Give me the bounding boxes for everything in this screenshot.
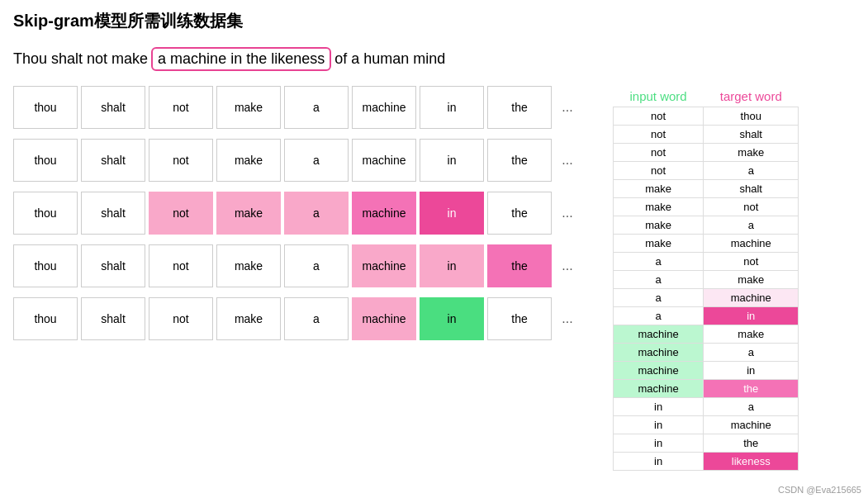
word-cell: a — [284, 192, 349, 235]
word-cell: the — [487, 86, 552, 129]
table-cell-input: not — [614, 107, 704, 126]
sentence-highlight: a machine in the likeness — [151, 47, 331, 71]
word-cell: machine — [352, 244, 416, 287]
word-cell: thou — [13, 139, 78, 182]
table-cell-input: make — [614, 180, 704, 198]
header-input: input word — [614, 86, 704, 107]
word-row-3: thoushaltnotmakeamachineinthe... — [13, 192, 580, 235]
table-cell-input: machine — [614, 380, 704, 398]
table-cell-target: make — [704, 144, 799, 162]
table-row: machinein — [614, 362, 799, 380]
word-cell: shalt — [81, 244, 145, 287]
word-row-4: thoushaltnotmakeamachineinthe... — [13, 244, 580, 287]
table-cell-input: in — [614, 434, 704, 453]
word-cell: in — [420, 297, 484, 340]
word-cell: shalt — [81, 86, 145, 129]
table-row: inthe — [614, 434, 799, 453]
word-cell: a — [284, 139, 349, 182]
word-cell: shalt — [81, 192, 145, 235]
pair-table: input word target word notthounotshaltno… — [613, 86, 799, 471]
table-cell-target: machine — [704, 289, 799, 307]
main-content: thoushaltnotmakeamachineinthe...thoushal… — [13, 86, 855, 471]
word-cell: machine — [352, 192, 416, 235]
word-cell: machine — [352, 139, 416, 182]
word-cell: in — [420, 139, 484, 182]
table-cell-input: not — [614, 144, 704, 162]
table-row: ina — [614, 398, 799, 416]
word-cell: machine — [352, 297, 416, 340]
ellipsis: ... — [555, 258, 580, 273]
table-cell-input: machine — [614, 325, 704, 344]
table-cell-target: a — [704, 398, 799, 416]
table-cell-target: make — [704, 271, 799, 289]
table-row: machinea — [614, 344, 799, 362]
table-cell-input: in — [614, 416, 704, 434]
table-row: notshalt — [614, 126, 799, 144]
table-row: notthou — [614, 107, 799, 126]
table-cell-target: a — [704, 344, 799, 362]
table-row: anot — [614, 253, 799, 271]
table-cell-input: a — [614, 271, 704, 289]
watermark: CSDN @Eva215665 — [778, 485, 861, 495]
table-cell-input: not — [614, 126, 704, 144]
table-row: amake — [614, 271, 799, 289]
word-row-1: thoushaltnotmakeamachineinthe... — [13, 86, 580, 129]
table-cell-target: likeness — [704, 453, 799, 471]
ellipsis: ... — [555, 206, 580, 221]
table-row: ain — [614, 307, 799, 325]
word-cell: make — [216, 86, 281, 129]
table-cell-input: in — [614, 453, 704, 471]
table-cell-input: a — [614, 253, 704, 271]
word-cell: thou — [13, 297, 78, 340]
table-row: makenot — [614, 198, 799, 216]
table-row: nota — [614, 162, 799, 180]
table-section: input word target word notthounotshaltno… — [613, 86, 799, 471]
table-row: makea — [614, 216, 799, 235]
sentence-before: Thou shalt not make — [13, 50, 148, 68]
table-cell-target: make — [704, 325, 799, 344]
table-cell-target: not — [704, 253, 799, 271]
word-cell: shalt — [81, 297, 145, 340]
table-cell-input: make — [614, 235, 704, 253]
table-cell-input: a — [614, 307, 704, 325]
table-row: makemachine — [614, 235, 799, 253]
table-cell-target: machine — [704, 235, 799, 253]
table-cell-target: machine — [704, 416, 799, 434]
word-cell: make — [216, 192, 281, 235]
table-cell-target: in — [704, 307, 799, 325]
word-cell: make — [216, 244, 281, 287]
sentence-line: Thou shalt not make a machine in the lik… — [13, 47, 855, 71]
word-cell: a — [284, 297, 349, 340]
word-cell: in — [420, 244, 484, 287]
word-cell: a — [284, 86, 349, 129]
word-cell: the — [487, 244, 552, 287]
table-cell-target: the — [704, 434, 799, 453]
table-cell-target: shalt — [704, 126, 799, 144]
rows-section: thoushaltnotmakeamachineinthe...thoushal… — [13, 86, 580, 340]
page-title: Skip-gram模型所需训练数据集 — [13, 10, 855, 32]
word-cell: not — [149, 139, 213, 182]
header-target: target word — [704, 86, 799, 107]
table-cell-target: shalt — [704, 180, 799, 198]
word-cell: not — [149, 192, 213, 235]
word-cell: thou — [13, 192, 78, 235]
word-cell: the — [487, 297, 552, 340]
table-cell-target: not — [704, 198, 799, 216]
table-cell-input: make — [614, 216, 704, 235]
word-cell: make — [216, 297, 281, 340]
table-row: notmake — [614, 144, 799, 162]
table-cell-input: machine — [614, 362, 704, 380]
word-cell: not — [149, 86, 213, 129]
table-cell-input: in — [614, 398, 704, 416]
sentence-after: of a human mind — [334, 50, 445, 68]
ellipsis: ... — [555, 100, 580, 115]
word-cell: not — [149, 297, 213, 340]
word-cell: in — [420, 192, 484, 235]
ellipsis: ... — [555, 153, 580, 168]
word-cell: thou — [13, 86, 78, 129]
table-cell-input: not — [614, 162, 704, 180]
table-cell-target: a — [704, 162, 799, 180]
table-cell-target: thou — [704, 107, 799, 126]
word-row-5: thoushaltnotmakeamachineinthe... — [13, 297, 580, 340]
table-header-row: input word target word — [614, 86, 799, 107]
